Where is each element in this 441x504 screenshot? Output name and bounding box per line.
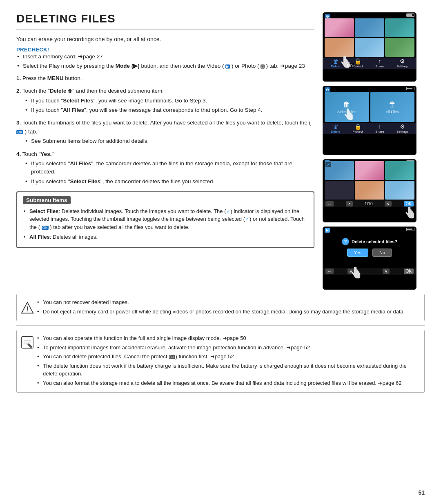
cam-top-bar-4 [406, 228, 414, 231]
warning-item-1: You can not recover deleted images. [37, 298, 419, 306]
warning-icon: ! [21, 301, 34, 314]
precheck-item-1: Insert a memory card. ➜page 27 [16, 53, 314, 61]
s3-thumb-1 [325, 161, 354, 180]
cam-icon-bar-2: 🗑 Delete 🔒 Protect ↑ Share ⚙ Settings [323, 123, 416, 134]
submenu-box: Submenu items Select Files: Deletes indi… [16, 191, 314, 248]
cam-icon-settings-2: ⚙ Settings [396, 124, 408, 133]
step-4-num: 4. [16, 151, 21, 157]
thumb-5 [355, 38, 384, 57]
s3-thumb-4 [325, 181, 354, 200]
cam-mode-icon-4: ▶ [325, 228, 330, 233]
cam-icon-delete: 🗑 Delete [331, 58, 340, 68]
submenu-bullet-1: Select Files: Deletes individual images.… [23, 207, 308, 231]
cam-top-bar-2 [406, 87, 414, 90]
step-3-bullet-1: See Submenu items below for additional d… [24, 137, 314, 145]
s4-back-btn: ← [325, 269, 334, 274]
s3-thumb-6 [385, 181, 414, 200]
cam-icon-share-2: ↑ Share [375, 124, 384, 133]
s4-info-icon: ? [342, 238, 349, 245]
step-2-bullet-1: If you touch "Select Files", you will se… [24, 97, 314, 105]
cam-mode-icon-2: ⊙ [325, 87, 330, 92]
left-column: DELETING FILES You can erase your record… [16, 12, 314, 290]
step-2-bullets: If you touch "Select Files", you will se… [24, 97, 314, 115]
precheck-list: Insert a memory card. ➜page 27 Select th… [16, 53, 314, 71]
thumb-2 [355, 18, 384, 37]
s3-ok-btn: OK [404, 201, 414, 206]
s3-thumb-grid [323, 160, 416, 200]
submenu-bullet-2: All Files: Deletes all images. [23, 233, 308, 241]
cam-icon-settings: ⚙ Settings [396, 58, 408, 68]
s3-page: 1/10 [365, 202, 372, 206]
cam-icon-protect-2: 🔒 Protect [353, 124, 363, 133]
warning-list: You can not recover deleted images. Do n… [37, 298, 419, 315]
step-4-bullet-2: If you selected "Select Files", the camc… [24, 178, 314, 186]
camera-screen-1: ⊙ On 🗑 Delete [323, 12, 416, 82]
step-3-num: 3. [16, 120, 21, 126]
step-1: 1. Press the MENU button. [16, 74, 314, 83]
s3-back-btn: ← [325, 201, 334, 206]
note-list: You can also operate this function in th… [37, 334, 419, 387]
step-3-bullets: See Submenu items below for additional d… [24, 137, 314, 145]
cam-icon-protect: 🔒 Protect [353, 58, 363, 68]
camera-screen-2: ⊙ 🗑 Select Files 🗑 All Files [323, 86, 416, 155]
s4-question-row: ? Delete selected files? [342, 238, 397, 245]
divider [16, 325, 425, 326]
intro-text: You can erase your recordings one by one… [16, 36, 314, 42]
step-4-bullets: If you selected "All Files", the camcord… [24, 160, 314, 186]
all-files-cell: 🗑 All Files [370, 92, 415, 122]
s4-ok-btn: OK [404, 269, 414, 274]
submenu-bullets: Select Files: Deletes individual images.… [23, 207, 308, 241]
camera-screen-4: ▶ ? Delete selected files? Yes No ← [323, 226, 416, 290]
battery-indicator-2 [406, 87, 414, 90]
hand-pointer-4 [351, 267, 361, 280]
note-item-4: The delete function does not work if the… [37, 362, 419, 378]
thumb-4 [325, 38, 354, 57]
note-box: You can also operate this function in th… [16, 330, 425, 393]
step-1-num: 1. [16, 75, 21, 81]
page-container: DELETING FILES You can erase your record… [0, 0, 441, 504]
precheck-item-2: Select the Play mode by pressing the Mod… [16, 62, 314, 70]
warning-item-2: Do not eject a memory card or power off … [37, 308, 419, 316]
precheck-link[interactable]: PRECHECK! [16, 47, 49, 53]
s4-yes-btn[interactable]: Yes [347, 249, 368, 257]
s3-nav-bar: ← ∧ 1/10 ∨ OK [323, 200, 416, 207]
s4-buttons: Yes No [347, 249, 392, 257]
s2-cells: 🗑 Select Files 🗑 All Files [323, 86, 416, 123]
thumb-1 [325, 18, 354, 37]
step-2-bullet-2: If you touch "All Files", you will see t… [24, 106, 314, 114]
s3-thumb-3 [385, 161, 414, 180]
s3-up-btn: ∧ [346, 201, 353, 206]
s4-down-btn: ∨ [383, 269, 390, 274]
cam-icon-bar-1: 🗑 Delete 🔒 Protect ↑ Share ⚙ Settings [323, 58, 416, 69]
note-item-5: You can also format the storage media to… [37, 379, 419, 387]
hand-pointer-3 [405, 207, 414, 220]
thumb-6 [385, 38, 414, 57]
note-item-2: To protect important images from acciden… [37, 344, 419, 352]
s4-no-btn[interactable]: No [372, 249, 392, 257]
submenu-title: Submenu items [23, 196, 71, 204]
s3-down-btn: ∨ [385, 201, 392, 206]
thumb-grid-1 [323, 13, 416, 58]
step-2-num: 2. [16, 88, 21, 94]
thumb-3 [385, 18, 414, 37]
battery-indicator-1 [406, 13, 414, 17]
s4-nav-bar: ← ∧ ∨ OK [323, 268, 416, 275]
s3-thumb-5 [355, 181, 384, 200]
page-title: DELETING FILES [16, 12, 314, 30]
cam-icon-delete-2: 🗑 Delete [331, 124, 340, 133]
s4-question-text: Delete selected files? [352, 239, 397, 244]
right-column: ⊙ On 🗑 Delete [323, 12, 425, 290]
svg-text:!: ! [26, 305, 28, 312]
hand-pointer-1 [340, 56, 350, 70]
hand-pointer-2 [343, 109, 353, 122]
note-item-1: You can also operate this function in th… [37, 334, 419, 342]
s4-dialog: ? Delete selected files? Yes No [323, 227, 416, 268]
camera-screen-3: ▶ ← ∧ 1/10 ∨ OK [323, 159, 416, 222]
step-4: 4. Touch "Yes." If you selected "All Fil… [16, 150, 314, 186]
note-item-3: You can not delete protected files. Canc… [37, 353, 419, 361]
step-3: 3. Touch the thumbnails of the files you… [16, 118, 314, 145]
note-icon [21, 336, 34, 349]
battery-indicator-4 [406, 228, 414, 231]
cam-icon-share: ↑ Share [375, 58, 384, 68]
main-layout: DELETING FILES You can erase your record… [16, 12, 425, 290]
